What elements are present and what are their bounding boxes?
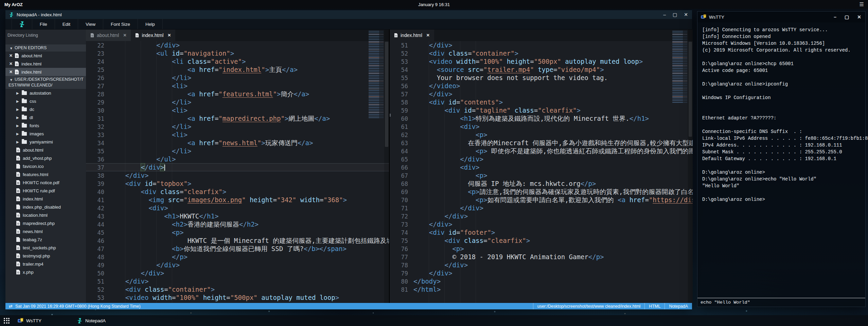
line-number: 49: [86, 261, 110, 269]
line-number: 28: [86, 90, 110, 98]
app-launcher-grid-icon[interactable]: [4, 318, 10, 324]
tree-file-x.php[interactable]: x.php: [5, 268, 86, 276]
code-file-icon: [16, 262, 20, 266]
tree-file-about.html[interactable]: about.html: [5, 146, 86, 154]
open-editor-item[interactable]: ✕index.html: [5, 68, 86, 76]
notepada-menu-logo-icon[interactable]: [12, 19, 32, 29]
tree-file-favicon.ico[interactable]: favicon.ico: [5, 162, 86, 170]
terminal-line: [702, 189, 861, 196]
tree-folder-css[interactable]: ▶css: [5, 97, 86, 105]
code-text: <div class="clearfix">: [110, 188, 226, 195]
scrollbar-right[interactable]: [688, 30, 693, 303]
terminal-input[interactable]: echo "Hello World": [697, 298, 865, 307]
tree-file-news.html[interactable]: news.html: [5, 227, 86, 235]
tree-file-HKWTC-rule.pdf[interactable]: HKWTC rule.pdf: [5, 187, 86, 195]
line-number: 63: [390, 139, 413, 147]
terminal-line: Link-local IPv6 Address . . . . . : fe80…: [702, 135, 861, 142]
tree-folder-autostation[interactable]: ▶autostation: [5, 89, 86, 97]
menu-item-file[interactable]: File: [32, 19, 55, 29]
tree-item-label: images: [30, 131, 44, 136]
status-file-path[interactable]: user:/Desktop/screenshot/test/www cleane…: [533, 303, 645, 309]
line-number: 80: [390, 277, 413, 286]
minimap-right[interactable]: [672, 31, 687, 104]
tree-file-index.php-disabled[interactable]: index.php_disabled: [5, 203, 86, 211]
tree-file-index.html[interactable]: index.html: [5, 195, 86, 203]
hamburger-menu-icon[interactable]: ☰: [860, 1, 864, 7]
tree-item-label: css: [30, 99, 36, 104]
open-editor-item[interactable]: ✕index.html: [5, 60, 86, 68]
code-file-icon: [16, 245, 20, 250]
taskbar-item-wstty[interactable]: WsTTY: [16, 315, 43, 326]
tree-file-location.html[interactable]: location.html: [5, 211, 86, 219]
line-number: 75: [390, 237, 413, 245]
line-number: 61: [390, 123, 413, 131]
open-editors-header[interactable]: ▼ OPEN EDITORS: [5, 44, 86, 52]
code-text: <video width="100%" height="500px" autop…: [110, 294, 339, 301]
tree-file-HKWTC-notice.pdf[interactable]: HKWTC notice.pdf: [5, 178, 86, 187]
close-icon[interactable]: ✕: [426, 33, 430, 38]
tree-folder-yamiyamimi[interactable]: ▶yamiyamimi: [5, 138, 86, 146]
workspace-folder-header[interactable]: ▼ USER:/DESKTOP/SCREENSHOT/TEST/WWW CLEA…: [5, 76, 86, 89]
tree-file-add-vhost.php[interactable]: add_vhost.php: [5, 154, 86, 162]
maximize-icon[interactable]: ▢: [845, 15, 849, 19]
close-icon[interactable]: ✕: [167, 33, 171, 38]
aroz-menu-label[interactable]: My ArOZ: [0, 2, 23, 7]
line-number: 26: [86, 74, 110, 82]
code-line: 77 © 2018 - 2019 HKWTC Animation Gamer</…: [390, 253, 693, 261]
taskbar-item-label: NotepadA: [85, 318, 106, 323]
code-line: 32 </li>: [86, 122, 389, 131]
close-icon[interactable]: ✕: [857, 15, 861, 19]
tab-about.html[interactable]: about.html✕: [86, 30, 131, 41]
taskbar-item-notepada[interactable]: NotepadA: [75, 315, 108, 326]
close-icon[interactable]: ✕: [9, 70, 15, 74]
system-top-bar: My ArOZ January 9 16:31 ☰: [0, 0, 868, 9]
line-number: 27: [86, 82, 110, 90]
tab-index.html[interactable]: index.html✕: [390, 30, 434, 41]
code-line: 41 <img src="images/box.png" height="342…: [86, 196, 389, 204]
code-line: 23 <ul id="navigation">: [86, 49, 389, 57]
code-editor-left[interactable]: 22 </div>23 <ul id="navigation">24 <li c…: [86, 41, 389, 303]
code-file-icon: [16, 148, 20, 152]
tree-file-teabag.7z[interactable]: teabag.7z: [5, 235, 86, 244]
code-line: 39 <div id="topbox">: [86, 179, 389, 188]
tree-file-test-sockets.php[interactable]: test_sockets.php: [5, 244, 86, 252]
code-text: <a href="index.html">主頁</a>: [110, 66, 298, 73]
minimap-left[interactable]: [369, 31, 384, 118]
file-icon: [91, 33, 94, 38]
tree-item-label: yamiyamimi: [30, 139, 53, 145]
menu-item-help[interactable]: Help: [138, 19, 163, 29]
scrollbar-left[interactable]: [384, 30, 389, 303]
tree-file-features.html[interactable]: features.html: [5, 170, 86, 178]
chevron-right-icon: ▶: [16, 132, 22, 136]
wstty-title-bar[interactable]: WsTTY – ▢ ✕: [697, 12, 865, 22]
plain-file-icon: [16, 164, 20, 169]
open-editor-item[interactable]: ✕about.html: [5, 52, 86, 60]
status-language-mode[interactable]: HTML: [644, 303, 665, 309]
tree-file-trailer.mp4[interactable]: trailer.mp4: [5, 260, 86, 268]
close-icon[interactable]: ✕: [9, 53, 15, 58]
tree-folder-fonts[interactable]: ▶fonts: [5, 121, 86, 130]
minimize-icon[interactable]: –: [663, 12, 666, 17]
tree-folder-dl[interactable]: ▶dl: [5, 113, 86, 121]
file-icon: [394, 33, 398, 38]
maximize-icon[interactable]: ▢: [673, 12, 677, 17]
terminal-line: D:\golang\aroz online>: [702, 169, 861, 176]
tree-folder-images[interactable]: ▶images: [5, 130, 86, 138]
menu-item-edit[interactable]: Edit: [55, 19, 78, 29]
code-line: 47 <b>你知道我們全線伺服器已轉用 SSD 了嗎?</b></span>: [86, 245, 389, 253]
close-icon[interactable]: ✕: [9, 61, 15, 66]
menu-item-font-size[interactable]: Font Size: [103, 19, 138, 29]
close-icon[interactable]: ✕: [123, 33, 126, 38]
minimize-icon[interactable]: –: [834, 15, 836, 19]
terminal-output[interactable]: [info] Conencting to arozos WsTTY servic…: [697, 22, 865, 207]
code-line: 42 <div>: [86, 204, 389, 212]
tab-index.html[interactable]: index.html✕: [131, 30, 175, 41]
close-icon[interactable]: ✕: [684, 12, 688, 17]
tree-item-label: trailer.mp4: [23, 262, 43, 267]
tree-folder-dc[interactable]: ▶dc: [5, 105, 86, 113]
notepada-title-bar[interactable]: NotepadA - index.html – ▢ ✕: [5, 10, 692, 19]
code-editor-right[interactable]: 51 </div>52 <div class="container">53 <v…: [390, 41, 693, 303]
tree-file-testmysql.php[interactable]: testmysql.php: [5, 252, 86, 260]
menu-item-view[interactable]: View: [78, 19, 103, 29]
tree-file-mapredirect.php[interactable]: mapredirect.php: [5, 219, 86, 227]
